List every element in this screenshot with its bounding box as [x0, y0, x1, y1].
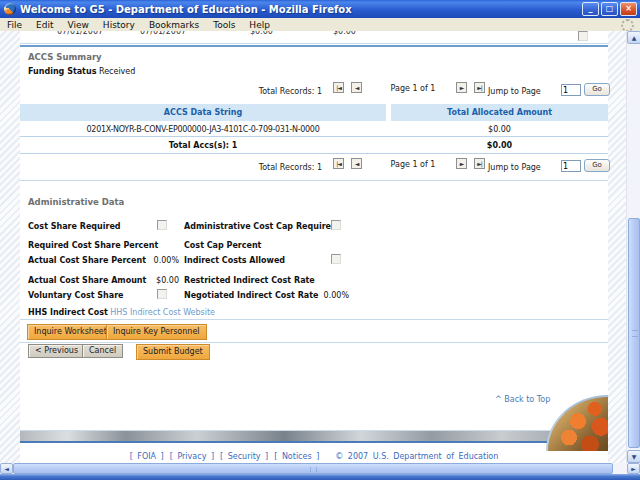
- total-allocated-amount-header: Total Allocated Amount: [391, 104, 608, 121]
- divider: [20, 180, 608, 181]
- indirect-costs-allowed-label: Indirect Costs Allowed: [184, 256, 285, 265]
- prev-page-icon[interactable]: ◄: [351, 158, 362, 169]
- actual-cost-share-amount-value: $0.00: [125, 276, 179, 285]
- negotiated-indirect-cost-rate-value: 0.00%: [303, 291, 349, 300]
- back-to-top-link[interactable]: ^ Back to Top: [495, 395, 550, 404]
- previous-button[interactable]: < Previous: [28, 344, 85, 358]
- footer-banner-bar: [20, 430, 608, 443]
- scroll-left-icon[interactable]: ◄: [0, 463, 13, 474]
- divider: [20, 342, 608, 343]
- funding-status-label: Funding Status: [28, 67, 96, 76]
- indirect-costs-allowed-checkbox[interactable]: [331, 254, 341, 264]
- maximize-button[interactable]: □: [601, 2, 618, 16]
- page-content: 07/01/2007 07/01/2007 $0.00 $0.00 ACCS S…: [20, 31, 608, 463]
- restricted-indirect-cost-rate-label: Restricted Indirect Cost Rate: [184, 276, 315, 285]
- clipped-amount-1: $0.00: [250, 31, 273, 36]
- clipped-date-1: 07/01/2007: [57, 31, 103, 36]
- admin-cost-cap-required-label: Administrative Cost Cap Required: [184, 222, 337, 231]
- menu-bookmarks[interactable]: Bookmarks: [142, 19, 206, 31]
- hhs-indirect-cost-label: HHS Indirect Cost: [28, 308, 108, 317]
- security-link[interactable]: [ Security ]: [220, 452, 268, 461]
- menu-history[interactable]: History: [96, 19, 142, 31]
- cost-cap-percent-label: Cost Cap Percent: [184, 241, 261, 250]
- prev-page-icon[interactable]: ◄: [351, 82, 362, 93]
- jump-to-page-input[interactable]: [561, 160, 581, 172]
- menu-view[interactable]: View: [61, 19, 96, 31]
- vertical-scrollbar-thumb[interactable]: [628, 218, 640, 448]
- go-button[interactable]: Go: [584, 159, 610, 172]
- funding-status-value: Received: [99, 67, 135, 76]
- jump-to-page-input[interactable]: [561, 84, 581, 96]
- page-viewport: 07/01/2007 07/01/2007 $0.00 $0.00 ACCS S…: [0, 31, 640, 463]
- negotiated-indirect-cost-rate-label: Negotiated Indirect Cost Rate: [184, 291, 318, 300]
- cost-share-required-checkbox[interactable]: [157, 220, 167, 230]
- privacy-link[interactable]: [ Privacy ]: [170, 452, 214, 461]
- pagination-top: Total Records: 1 |◄ ◄ Page 1 of 1 ► ►| J…: [20, 82, 608, 100]
- menu-edit[interactable]: Edit: [29, 19, 60, 31]
- clipped-row-checkbox[interactable]: [578, 31, 588, 41]
- inquire-key-personnel-button[interactable]: Inquire Key Personnel: [106, 324, 207, 340]
- menu-tools[interactable]: Tools: [206, 19, 242, 31]
- total-records-label: Total Records: 1: [200, 163, 322, 172]
- page-indicator: Page 1 of 1: [372, 84, 454, 93]
- vertical-scrollbar[interactable]: ▲ ▼: [626, 31, 640, 463]
- divider: [20, 319, 608, 320]
- close-button[interactable]: ×: [620, 2, 637, 16]
- table-row: 0201X-NOYR-B-CONV-EP000000-JA3-4101C-0-7…: [20, 121, 608, 137]
- clipped-table-row: 07/01/2007 07/01/2007 $0.00 $0.00: [20, 31, 608, 38]
- first-page-icon[interactable]: |◄: [333, 158, 344, 169]
- administrative-data-heading: Administrative Data: [28, 197, 124, 207]
- total-records-label: Total Records: 1: [200, 87, 322, 96]
- status-bar: [0, 474, 640, 480]
- clipped-amount-2: $0.00: [333, 31, 356, 36]
- accs-data-string-value: 0201X-NOYR-B-CONV-EP000000-JA3-4101C-0-7…: [20, 121, 386, 137]
- accs-summary-heading: ACCS Summary: [28, 52, 102, 62]
- hhs-indirect-cost-website-link[interactable]: HHS Indirect Cost Website: [110, 308, 215, 317]
- page-indicator: Page 1 of 1: [372, 160, 454, 169]
- horizontal-scrollbar-thumb[interactable]: [13, 463, 613, 474]
- classroom-chairs-image: [546, 395, 608, 451]
- total-accs-amount: $0.00: [391, 137, 608, 154]
- title-bar: Welcome to G5 - Department of Education …: [0, 0, 640, 18]
- scroll-right-icon[interactable]: ►: [627, 463, 640, 474]
- scroll-up-icon[interactable]: ▲: [627, 31, 640, 44]
- window-title: Welcome to G5 - Department of Education …: [20, 4, 580, 15]
- go-button[interactable]: Go: [584, 83, 610, 96]
- next-page-icon[interactable]: ►: [456, 82, 467, 93]
- menu-help[interactable]: Help: [242, 19, 277, 31]
- horizontal-scrollbar[interactable]: ◄ ►: [0, 463, 640, 474]
- admin-cost-cap-required-checkbox[interactable]: [331, 220, 341, 230]
- cancel-button[interactable]: Cancel: [82, 344, 123, 358]
- clipped-date-2: 07/01/2007: [140, 31, 186, 36]
- first-page-icon[interactable]: |◄: [333, 82, 344, 93]
- copyright-text: © 2007 U.S. Department of Education: [335, 452, 498, 461]
- actual-cost-share-percent-value: 0.00%: [125, 256, 179, 265]
- last-page-icon[interactable]: ►|: [474, 82, 485, 93]
- footer: [ FOIA ] [ Privacy ] [ Security ] [ Noti…: [20, 452, 608, 461]
- divider: [20, 45, 608, 47]
- allocated-amount-value: $0.00: [391, 121, 608, 137]
- jump-to-page-label: Jump to Page: [488, 87, 541, 96]
- minimize-button[interactable]: _: [582, 2, 599, 16]
- table-total-row: Total Accs(s): 1 $0.00: [20, 137, 608, 154]
- firefox-icon: [4, 3, 16, 15]
- scroll-down-icon[interactable]: ▼: [627, 450, 640, 463]
- last-page-icon[interactable]: ►|: [474, 158, 485, 169]
- required-cost-share-percent-label: Required Cost Share Percent: [28, 241, 158, 250]
- voluntary-cost-share-checkbox[interactable]: [157, 289, 167, 299]
- cost-share-required-label: Cost Share Required: [28, 222, 121, 231]
- pagination-bottom: Total Records: 1 |◄ ◄ Page 1 of 1 ► ►| J…: [20, 158, 608, 176]
- menu-file[interactable]: File: [0, 19, 29, 31]
- inquire-worksheet-button[interactable]: Inquire Worksheet: [27, 324, 114, 340]
- menu-bar: File Edit View History Bookmarks Tools H…: [0, 18, 640, 32]
- voluntary-cost-share-label: Voluntary Cost Share: [28, 291, 124, 300]
- total-accs-label: Total Accs(s): 1: [20, 137, 386, 154]
- jump-to-page-label: Jump to Page: [488, 163, 541, 172]
- hhs-indirect-cost-row: HHS Indirect Cost HHS Indirect Cost Webs…: [28, 308, 215, 317]
- funding-status-row: Funding Status Received: [28, 67, 135, 76]
- submit-budget-button[interactable]: Submit Budget: [136, 344, 210, 360]
- next-page-icon[interactable]: ►: [456, 158, 467, 169]
- foia-link[interactable]: [ FOIA ]: [130, 452, 164, 461]
- accs-data-string-header: ACCS Data String: [20, 104, 386, 121]
- notices-link[interactable]: [ Notices ]: [274, 452, 319, 461]
